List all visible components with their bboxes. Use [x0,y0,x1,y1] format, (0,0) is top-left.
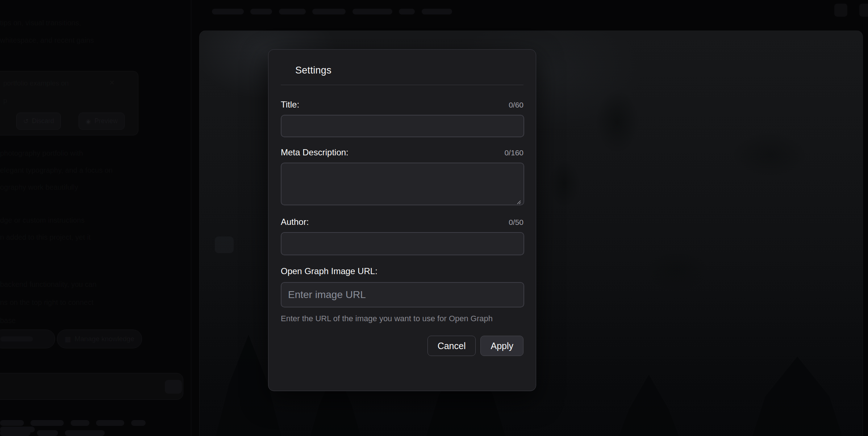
manage-knowledge-button[interactable]: ▦Manage knowledge [57,330,142,348]
title-char-counter: 0/60 [509,101,523,109]
sidebar-paragraph: backend functionality, you can [0,276,183,293]
apply-button[interactable]: Apply [480,336,523,356]
sidebar-paragraph: elegant typography, and a focus on [0,162,183,179]
text-blob [0,420,24,426]
sidebar-paragraph: photography portfolio with [0,145,183,162]
text-blob [30,420,64,426]
author-field-label: Author: [281,217,309,227]
text-blob [96,420,124,426]
url-blob [352,9,392,14]
text-blob [65,430,105,436]
sidebar-paragraph: ns on the top right to connect [0,294,183,311]
card-text: portfolio examples on [3,79,108,87]
url-blob [250,9,272,14]
footer-text-blobs [0,429,110,436]
discard-label: Discard [32,117,54,125]
suggestion-card: portfolio examples on ✕ p ↺Discard ◉Prev… [0,71,138,135]
discard-icon: ↺ [23,117,29,125]
url-blob [312,9,346,14]
text-blob [131,420,146,426]
sidebar-paragraph: base [0,312,183,329]
discard-button[interactable]: ↺Discard [16,113,61,130]
url-blob [279,9,306,14]
sidebar-paragraph: whitespace, and recent gains [0,32,181,49]
dialog-divider [281,85,523,85]
settings-dialog: Settings Title: 0/60 Meta Description: 0… [268,49,536,391]
grid-icon: ▦ [64,335,71,343]
topbar-settings-icon[interactable] [834,4,847,17]
dialog-title: Settings [295,65,523,76]
url-blob [212,9,244,14]
title-field-label: Title: [281,100,299,110]
preview-button[interactable]: ◉Preview [79,113,125,130]
meta-description-field-label: Meta Description: [281,147,349,158]
title-input[interactable] [281,115,524,137]
sidebar-paragraph: n added to this project, yet it [0,229,183,246]
og-image-url-input[interactable] [281,282,524,307]
sidebar-paragraph: dge or custom instructions [0,212,183,229]
chat-sidebar: tips on, visual transitions, whitespace,… [0,0,191,436]
meta-description-textarea[interactable] [281,163,524,205]
text-blob [0,430,30,436]
cancel-button[interactable]: Cancel [427,336,476,356]
sidebar-paragraph: tips on, visual transitions, [0,14,181,32]
chevron-down-icon [422,9,452,14]
og-image-url-field-label: Open Graph Image URL: [281,266,377,276]
url-blob [399,9,415,14]
eye-icon: ◉ [85,117,91,125]
preview-url-blobs[interactable] [212,8,457,14]
pill-blob [0,336,33,341]
send-icon[interactable] [165,380,182,394]
meta-description-char-counter: 0/160 [504,148,523,157]
author-input[interactable] [281,232,524,255]
preview-content-chip [215,236,234,253]
chat-message-input[interactable] [0,373,183,400]
text-blob [71,420,89,426]
sidebar-paragraph: ography work beautifully [0,179,183,196]
preview-label: Preview [95,117,118,125]
topbar-edge-icon[interactable] [859,4,868,17]
app-screen: Preview tips on, visual transitions, whi… [0,0,868,436]
close-icon[interactable]: ✕ [109,79,115,87]
card-text: p [3,97,7,105]
author-char-counter: 0/50 [509,218,523,227]
og-image-url-helper-text: Enter the URL of the image you want to u… [281,314,523,323]
text-blob [37,430,58,436]
manage-knowledge-label: Manage knowledge [75,335,134,343]
keyboard-pill-button[interactable] [0,330,55,348]
